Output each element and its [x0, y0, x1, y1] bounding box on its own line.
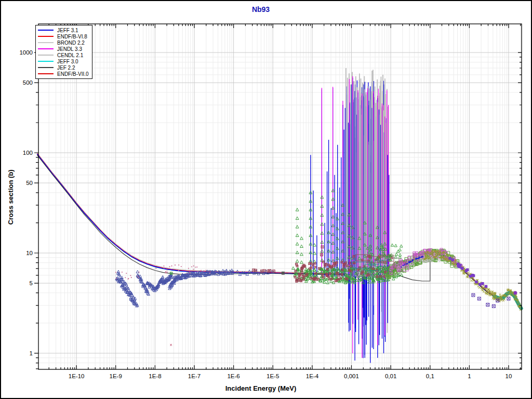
x-tick-labels: 1E-101E-91E-81E-71E-61E-51E-40,0010,010,… [69, 373, 512, 379]
svg-text:1E-6: 1E-6 [227, 373, 240, 379]
svg-text:1: 1 [30, 350, 33, 356]
app-window: 1E-101E-91E-81E-71E-61E-51E-40,0010,010,… [0, 0, 532, 399]
y-axis-label: Cross section (b) [7, 156, 15, 239]
legend-item-label: ENDF/B-VII.0 [57, 71, 89, 77]
svg-text:1: 1 [468, 373, 471, 379]
legend-line-sample [38, 48, 54, 49]
legend-item: ENDF/B-VI.8 [38, 33, 89, 39]
svg-text:1E-8: 1E-8 [149, 373, 161, 379]
legend: JEFF 3.1ENDF/B-VI.8BROND 2.2JENDL 3.3CEN… [35, 25, 92, 79]
legend-line-sample [38, 30, 54, 31]
svg-text:100: 100 [23, 150, 33, 156]
markers-red-x-lone [170, 344, 172, 346]
legend-line-sample [38, 67, 54, 68]
svg-text:1E-7: 1E-7 [188, 373, 201, 379]
legend-line-sample [38, 55, 54, 56]
svg-text:1E-5: 1E-5 [267, 373, 279, 379]
svg-text:0,01: 0,01 [385, 373, 396, 379]
legend-line-sample [38, 73, 54, 74]
page-title: Nb93 [1, 5, 521, 14]
legend-item: CENDL 2.1 [38, 52, 89, 58]
legend-item: JEF 2.2 [38, 64, 89, 71]
legend-line-sample [38, 36, 54, 37]
svg-text:50: 50 [26, 180, 33, 186]
legend-item-label: CENDL 2.1 [57, 52, 83, 58]
svg-text:10: 10 [506, 373, 512, 379]
svg-text:1E-4: 1E-4 [306, 373, 319, 379]
legend-item-label: ENDF/B-VI.8 [57, 34, 87, 39]
legend-item-label: JENDL 3.3 [57, 46, 82, 52]
legend-item: JEFF 3.1 [38, 27, 89, 33]
svg-text:5: 5 [30, 280, 33, 286]
y-tick-labels: 1000500100501051 [19, 49, 33, 356]
legend-item: JENDL 3.3 [38, 46, 89, 52]
svg-text:10: 10 [26, 250, 33, 256]
svg-text:0,1: 0,1 [426, 373, 434, 379]
legend-item-label: JEFF 3.1 [57, 28, 78, 33]
legend-item-label: BROND 2.2 [57, 40, 85, 46]
markers-dark-filled-square [282, 272, 285, 275]
legend-item-label: JEFF 3.0 [57, 59, 78, 64]
legend-line-sample [38, 61, 54, 62]
svg-text:1E-9: 1E-9 [110, 373, 122, 379]
svg-text:1000: 1000 [19, 49, 33, 56]
markers-purple-circle-lone [513, 291, 517, 295]
plot-border [38, 24, 522, 369]
svg-text:500: 500 [23, 79, 33, 86]
gridlines [38, 24, 522, 369]
svg-text:0,001: 0,001 [344, 373, 359, 379]
legend-item: JEFF 3.0 [38, 58, 89, 64]
legend-item-label: JEF 2.2 [57, 65, 75, 71]
x-axis-label: Incident Energy (MeV) [1, 384, 521, 392]
legend-item: BROND 2.2 [38, 39, 89, 46]
legend-line-sample [38, 42, 54, 43]
svg-text:1E-10: 1E-10 [69, 373, 85, 379]
legend-item: ENDF/B-VII.0 [38, 71, 89, 77]
